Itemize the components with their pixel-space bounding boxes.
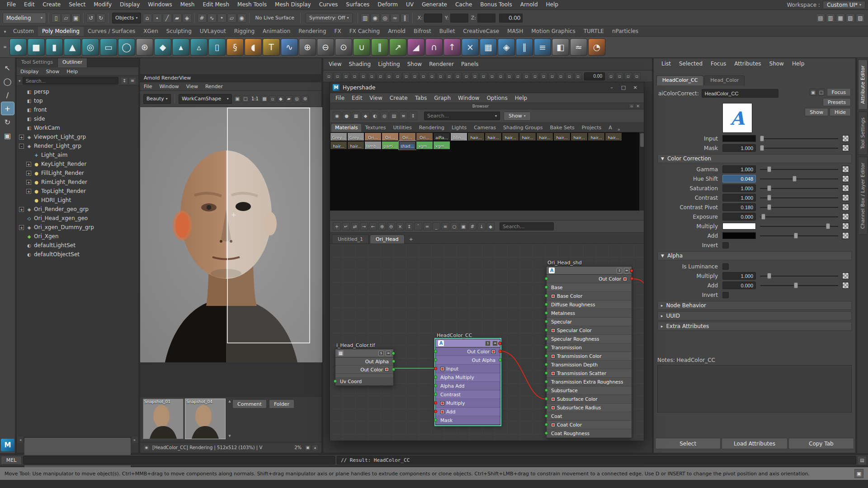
open-scene-icon[interactable]: ▱ [61,14,71,23]
material-swatch[interactable]: shad... [399,141,416,150]
material-swatch[interactable]: Ori... [399,132,416,141]
poly-helix[interactable]: § [226,38,244,56]
expand-toggle-icon[interactable]: - [19,144,24,149]
input-port-dot[interactable] [545,294,548,297]
outliner-item[interactable]: + RimLight_Render [17,178,138,187]
section-header-collapsed[interactable]: ▸ Node Behavior [657,301,852,310]
menu-item[interactable]: Arnold [516,0,542,9]
multisampling-icon[interactable]: ▫ [497,72,505,80]
color-correct-node[interactable]: HeadColor_CC A s ≡ Out Color [435,339,500,425]
node-tab[interactable]: Head_Color [704,75,745,85]
attribute-value-input[interactable] [722,165,756,173]
gear-icon[interactable]: ⊛ [302,95,309,103]
menu-item[interactable]: File [140,84,156,89]
category-tab[interactable]: Rendering [415,124,448,132]
output-port-dot[interactable] [392,368,395,371]
combine[interactable]: ∪ [353,38,370,56]
attribute-value-input[interactable] [722,203,756,211]
sort-order-icon[interactable]: ↕ [121,77,128,84]
outliner-item[interactable]: Ori_Xgen [17,232,138,241]
material-swatch[interactable]: hair... [502,132,519,141]
section-header-collapsed[interactable]: ▸ UUID [657,311,852,320]
list-view-icon[interactable]: ≡ [399,112,408,120]
bookmarks-icon[interactable]: ▫ [351,72,359,80]
menu-item[interactable]: Show [42,69,63,75]
node-header[interactable]: A s ≡ [547,267,632,275]
node-port[interactable]: Out Color [436,347,500,356]
isolate-selected-icon[interactable]: ◎ [293,95,301,103]
material-swatch[interactable]: hair... [519,132,536,141]
isolate-select-icon[interactable]: ▫ [514,72,522,80]
depth-of-field-icon[interactable]: ▫ [505,72,513,80]
smooth[interactable]: ≈ [570,38,587,56]
input-port-dot[interactable] [545,311,548,314]
sort-icon[interactable]: ↕ [409,112,417,120]
command-language-toggle[interactable]: MEL [1,456,22,465]
frame-selection-icon[interactable]: ▫ [454,72,462,80]
input-connections-icon[interactable]: → [360,222,368,230]
node-port[interactable]: Mask [436,416,500,425]
lights-filter-icon[interactable]: ◐ [371,112,379,120]
outliner-item[interactable]: + Viewport_Light_grp [17,132,138,141]
textured-mode-icon[interactable]: ▫ [540,72,547,80]
lighting-toggle-icon[interactable]: ▫ [462,72,470,80]
show-filter-button[interactable]: Show ▾ [504,112,531,121]
menu-item[interactable]: Window [156,84,182,89]
region-render-icon[interactable]: ▫ [269,95,276,103]
color-swatch[interactable] [722,135,756,142]
tab-scroll-icon[interactable]: » [616,127,622,132]
safe-title-icon[interactable]: ▫ [437,72,444,80]
materials-filter-icon[interactable]: ● [342,112,351,120]
snap-to-point-icon[interactable]: • [217,14,226,23]
script-editor-icon[interactable]: ▤ [858,456,867,465]
outliner-item[interactable]: side [17,114,138,123]
section-header-alpha[interactable]: ▼ Alpha [657,251,852,260]
boolean-difference[interactable]: ⊖ [317,38,334,56]
debug-shading-icon[interactable]: ◆ [277,95,284,103]
make-live-icon[interactable]: ◉ [237,14,246,23]
node-editor-search-input[interactable]: Search... [500,222,554,230]
category-tab[interactable]: Cameras [470,124,500,132]
node-port[interactable]: Transmission Scatter [547,369,632,378]
menu-item[interactable]: Help [542,0,562,9]
attribute-slider[interactable] [760,165,838,173]
scroll-left-icon[interactable]: ◂ [17,437,24,443]
attribute-value-input[interactable] [722,144,756,152]
input-port-dot[interactable] [434,375,437,379]
file-texture-node[interactable]: i_Head_Color.tif ▦ s ≡ Out Alph [335,349,394,386]
panel-tab[interactable]: Tool Settings [17,58,58,67]
menu-item[interactable]: Help [788,61,808,67]
open-render-view-icon[interactable]: ▥ [361,14,370,23]
material-swatch[interactable]: blin... [450,132,467,141]
outliner-hscrollbar[interactable]: ◂ ▸ [17,437,138,443]
render-image[interactable]: + [140,107,322,362]
menu-item[interactable]: Options [483,95,511,101]
node-port[interactable]: Specular Color [547,326,632,335]
input-port-dot[interactable] [545,432,548,435]
slider-handle[interactable] [760,145,764,151]
footer-button[interactable]: Copy Tab [788,438,854,449]
node-tab[interactable]: HeadColor_CC [656,75,703,85]
gate-mask-icon[interactable]: ▫ [411,72,419,80]
input-port-dot[interactable] [545,320,548,323]
outliner-item[interactable]: HDRI_Light [17,196,138,205]
paint-select-tool-icon[interactable]: ∕ [1,89,14,101]
input-port-dot[interactable] [434,418,437,422]
attribute-list-badge-icon[interactable]: ≡ [492,341,498,346]
shelf-tab[interactable]: FX Caching [345,27,384,36]
input-port-dot[interactable] [434,350,437,353]
material-swatch[interactable]: Ori... [382,132,399,141]
textures-filter-icon[interactable]: ▦ [352,112,360,120]
live-surface-indicator[interactable]: No Live Surface [255,15,294,21]
comment-button[interactable]: Comment [232,399,267,408]
menu-item[interactable]: Mesh Tools [233,0,271,9]
node-port[interactable]: Add [436,408,500,416]
attribute-slider[interactable] [760,175,838,183]
shading-group-badge-icon[interactable]: s [485,341,491,346]
collapse-icon[interactable]: ▾ [635,103,641,108]
scroll-right-icon[interactable]: ▸ [132,437,138,443]
align-center-icon[interactable]: = [423,222,431,230]
node-port[interactable]: Multiply [436,399,500,408]
menu-item[interactable]: Attributes [730,61,765,67]
grid-view-icon[interactable]: ▤ [390,112,398,120]
